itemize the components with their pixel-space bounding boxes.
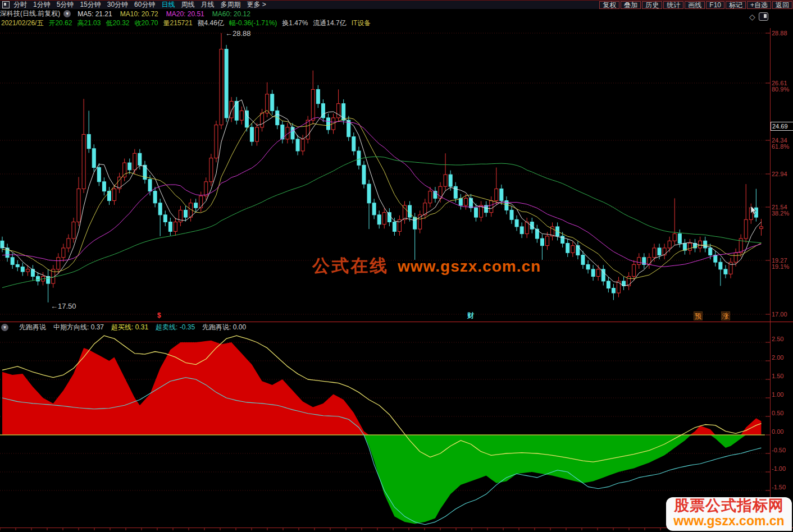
ma-values: MA5: 21.21MA10: 20.72MA20: 20.51MA60: 20… <box>78 10 250 18</box>
menu-bar: 分时1分钟5分钟15分钟30分钟60分钟日线周线月线多周期更多 > 复权叠加历史… <box>0 0 793 9</box>
indicator-header: ▾ 先跑再说 中期方向线: 0.37超买线: 0.31超卖线: -0.35先跑再… <box>0 323 793 332</box>
price-tick-2: 24.3461.8% <box>772 137 789 150</box>
menu-items: 分时1分钟5分钟15分钟30分钟60分钟日线周线月线多周期更多 > <box>13 1 266 9</box>
chart-canvas[interactable]: ←28.88←17.50 <box>0 28 793 532</box>
watermark-corner-url: www.gszx.com.cn <box>666 514 792 528</box>
toolbar-buttons: 复权叠加历史统计画线F10标记+自选返回 <box>598 1 792 9</box>
collapse-indicator-icon[interactable]: ▾ <box>1 324 8 331</box>
event-marker-3[interactable]: 涨 <box>721 311 730 320</box>
indicator-tick-5: 0.00 <box>772 429 783 435</box>
main-plot[interactable] <box>1 33 763 302</box>
stock-title[interactable]: 深科技(日线.前复权) <box>0 9 60 19</box>
event-marker-2[interactable]: 预 <box>694 311 703 320</box>
menu-item-4[interactable]: 30分钟 <box>107 1 128 9</box>
toolbar-button-2[interactable]: 历史 <box>642 1 662 9</box>
menu-item-6[interactable]: 日线 <box>161 1 175 9</box>
indicator-values: 中期方向线: 0.37超买线: 0.31超卖线: -0.35先跑再说: 0.00 <box>53 323 246 332</box>
toolbar-button-3[interactable]: 统计 <box>663 1 683 9</box>
ma-value-0: MA5: 21.21 <box>78 10 112 18</box>
menu-item-5[interactable]: 60分钟 <box>134 1 155 9</box>
quote-bar: 2021/02/26/五开20.62高21.03低20.32收20.70量215… <box>1 19 793 28</box>
toolbar-button-7[interactable]: +自选 <box>747 1 771 9</box>
price-axis: 28.8826.6180.9%24.3461.8%22.9421.5438.2%… <box>772 0 793 532</box>
watermark-corner-cn: 股票公式指标网 <box>666 497 792 514</box>
indicator-value-3: 先跑再说: 0.00 <box>202 323 246 332</box>
toolbar-button-0[interactable]: 复权 <box>599 1 619 9</box>
mouse-cursor-icon <box>750 205 758 215</box>
menu-item-3[interactable]: 15分钟 <box>80 1 101 9</box>
info-bar: 深科技(日线.前复权) ▾ MA5: 21.21MA10: 20.72MA20:… <box>0 9 793 19</box>
menu-item-1[interactable]: 1分钟 <box>33 1 51 9</box>
quote-field-5: 量215721 <box>163 19 193 28</box>
indicator-tick-3: 1.00 <box>772 392 783 398</box>
indicator-tick-1: 2.00 <box>772 355 783 361</box>
ma-value-2: MA20: 20.51 <box>166 10 204 18</box>
price-annotation-0: ←28.88 <box>225 29 251 38</box>
indicator-plot[interactable] <box>0 336 765 525</box>
menu-item-10[interactable]: 更多 > <box>247 1 266 9</box>
indicator-value-2: 超卖线: -0.35 <box>156 323 195 332</box>
price-tick-1: 26.6180.9% <box>772 80 789 93</box>
indicator-tick-7: -1.00 <box>772 466 786 472</box>
menu-item-9[interactable]: 多周期 <box>220 1 240 9</box>
watermark-corner: 股票公式指标网 www.gszx.com.cn <box>666 497 792 531</box>
app-icon[interactable] <box>2 1 10 8</box>
quote-field-0: 2021/02/26/五 <box>1 19 43 28</box>
price-tick-0: 28.88 <box>772 30 787 36</box>
indicator-name[interactable]: 先跑再说 <box>19 323 46 332</box>
price-tick-5: 19.2719.1% <box>772 258 789 270</box>
menu-item-2[interactable]: 5分钟 <box>57 1 74 9</box>
indicator-tick-2: 1.50 <box>772 373 783 379</box>
quote-field-1: 开20.62 <box>48 19 72 28</box>
quote-field-6: 额4.46亿 <box>198 19 224 28</box>
quote-field-7: 幅-0.36(-1.71%) <box>229 19 277 28</box>
quote-field-9: 流通14.7亿 <box>313 19 346 28</box>
ma-value-3: MA60: 20.12 <box>212 10 250 18</box>
menu-item-0[interactable]: 分时 <box>13 1 27 9</box>
toolbar-button-5[interactable]: F10 <box>706 1 724 9</box>
indicator-tick-8: -1.50 <box>772 484 786 490</box>
quote-field-3: 低20.32 <box>106 19 129 28</box>
indicator-value-0: 中期方向线: 0.37 <box>53 323 104 332</box>
event-marker-1: 财 <box>467 311 474 319</box>
price-annotation-1: ←17.50 <box>51 302 76 310</box>
price-tick-6: 17.00 <box>772 311 787 318</box>
quote-field-2: 高21.03 <box>77 19 101 28</box>
current-price-box: 24.69 <box>771 122 793 131</box>
indicator-tick-4: 0.50 <box>772 410 783 416</box>
quote-field-4: 收20.70 <box>135 19 158 28</box>
price-tick-4: 21.5438.2% <box>772 204 789 217</box>
price-tick-3: 22.94 <box>772 171 787 177</box>
tdx-stock-app: 分时1分钟5分钟15分钟30分钟60分钟日线周线月线多周期更多 > 复权叠加历史… <box>0 0 793 532</box>
indicator-tick-6: -0.50 <box>772 447 786 453</box>
toolbar-button-1[interactable]: 叠加 <box>621 1 641 9</box>
menu-item-7[interactable]: 周线 <box>181 1 194 9</box>
toolbar-button-6[interactable]: 标记 <box>726 1 746 9</box>
toolbar-button-4[interactable]: 画线 <box>685 1 705 9</box>
collapse-main-icon[interactable]: ▾ <box>63 10 71 17</box>
ma-value-1: MA10: 20.72 <box>120 10 158 18</box>
indicator-tick-0: 2.50 <box>772 336 783 342</box>
quote-field-10: IT设备 <box>352 19 371 28</box>
event-marker-0: $ <box>157 311 161 319</box>
menu-item-8[interactable]: 月线 <box>200 1 214 9</box>
quote-field-8: 换1.47% <box>282 19 308 28</box>
indicator-value-1: 超买线: 0.31 <box>111 323 148 332</box>
